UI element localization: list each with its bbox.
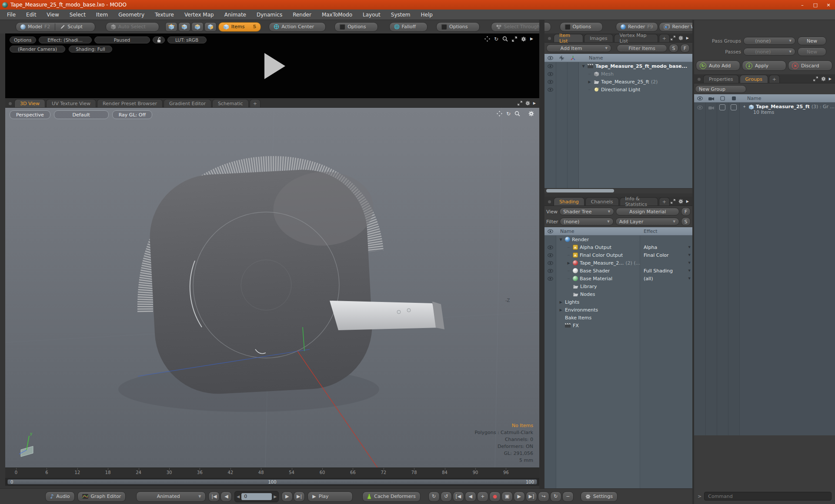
scrollbar-thumb[interactable]	[546, 189, 614, 192]
remove-key-button[interactable]: −	[562, 491, 574, 502]
checkbox[interactable]	[717, 104, 728, 111]
model-button[interactable]: Model	[28, 24, 42, 30]
menu-item-texture[interactable]: Texture	[155, 12, 174, 18]
splitter-vertical[interactable]	[539, 20, 544, 488]
groups-tab-groups[interactable]: Groups	[740, 75, 768, 83]
time-offset-up-button[interactable]: ↻	[428, 491, 440, 502]
gear-icon[interactable]	[821, 76, 826, 81]
close-button[interactable]: ×	[822, 0, 835, 10]
shader-row-nodes[interactable]: Nodes	[544, 290, 692, 298]
shader-row-environments[interactable]: ▶Environments	[544, 306, 692, 314]
visibility-toggle[interactable]	[544, 72, 556, 76]
filter-items-input[interactable]	[617, 44, 667, 52]
menu-item-file[interactable]: File	[7, 12, 16, 18]
new-pass-group-button[interactable]: New	[798, 36, 826, 45]
shading-tab-info-statistics[interactable]: Info & Statistics	[620, 197, 658, 206]
zoom-icon[interactable]	[514, 111, 520, 116]
groups-panel-dot[interactable]	[698, 78, 701, 81]
groups-tab-properties[interactable]: Properties	[703, 75, 739, 83]
animation-mode-dropdown[interactable]: Animated ▼	[136, 491, 206, 502]
preview-options-button[interactable]: Options	[10, 36, 36, 43]
gear-icon[interactable]	[678, 36, 683, 40]
menu-item-system[interactable]: System	[391, 12, 411, 18]
render-button[interactable]: Render F9	[616, 22, 658, 32]
polygons-mode-button[interactable]	[191, 22, 204, 32]
auto-key-button[interactable]: ▣	[501, 491, 513, 502]
search-mode-button[interactable]: S	[669, 44, 678, 53]
visibility-toggle[interactable]	[544, 261, 556, 265]
groups-tab-[interactable]: +	[769, 75, 780, 83]
viewport-3d[interactable]: y Perspective Default Ray GL: Off ↻ -Z N…	[5, 108, 539, 468]
chevron-down-icon[interactable]: ▼	[688, 245, 691, 249]
add-item-button[interactable]: Add Item ▼	[546, 44, 611, 52]
materials-mode-button[interactable]	[204, 22, 217, 32]
preview-lut-button[interactable]: LUT: sRGB	[167, 36, 207, 43]
effect-cell[interactable]: ▼	[640, 261, 692, 265]
new-group-button[interactable]: New Group	[695, 85, 746, 93]
shader-row-tape-measure-25-ft[interactable]: ▶Tape_Measure_25_ft(2) (...▼	[544, 259, 692, 267]
panel-arrow-icon[interactable]: ▶	[686, 36, 689, 40]
chevron-down-icon[interactable]: ▼	[688, 277, 691, 280]
expander-icon[interactable]: ▶	[558, 308, 563, 312]
effect-cell[interactable]: Alpha▼	[640, 245, 692, 250]
timeline-range-bar[interactable]: 0 100 100	[5, 478, 539, 486]
expander-icon[interactable]: ▼	[558, 238, 563, 242]
menu-item-edit[interactable]: Edit	[26, 12, 36, 18]
audio-button[interactable]: ♪ Audio	[45, 491, 75, 502]
expander-icon[interactable]: ▶	[566, 261, 571, 265]
expander-icon[interactable]: ▶	[587, 80, 592, 84]
rotate-icon[interactable]: ↻	[494, 36, 498, 42]
filter-mode-button[interactable]: F	[681, 207, 691, 216]
preview-lock-button[interactable]	[153, 36, 165, 43]
menu-item-render[interactable]: Render	[293, 12, 311, 18]
action-center-button[interactable]: Action Center	[269, 22, 326, 32]
visibility-toggle[interactable]	[544, 253, 556, 257]
filter-mode-button[interactable]: F	[680, 44, 690, 53]
expand-icon[interactable]: +	[742, 105, 747, 109]
item-row-mesh[interactable]: ┄Mesh	[544, 70, 692, 78]
time-offset-down-button[interactable]: ↺	[441, 491, 452, 502]
chevron-down-icon[interactable]: ▼	[688, 253, 691, 257]
next-key-button[interactable]: ▶	[514, 491, 525, 502]
shading-tab-channels[interactable]: Channels	[585, 197, 619, 206]
viewport-tab-3d-view[interactable]: 3D View	[14, 99, 45, 107]
viewport-tab-[interactable]: +	[250, 99, 261, 107]
command-input[interactable]	[704, 492, 832, 501]
auto-select-button[interactable]: Auto Select	[106, 22, 159, 32]
shader-row-library[interactable]: Library	[544, 282, 692, 290]
menu-item-geometry[interactable]: Geometry	[118, 12, 144, 18]
items-mode-button[interactable]: Items 5	[218, 22, 261, 32]
default-shading-button[interactable]: Default	[54, 110, 109, 119]
gear-icon[interactable]	[678, 199, 683, 204]
falloff-options-button[interactable]: Options	[436, 22, 479, 32]
next-frame-button[interactable]: ▶	[281, 491, 293, 502]
falloff-button[interactable]: Falloff	[389, 22, 428, 32]
previous-frame-button[interactable]: ◀	[220, 491, 232, 502]
shading-tab-shading[interactable]: Shading	[554, 197, 584, 206]
visibility-toggle[interactable]	[544, 245, 556, 249]
current-frame-input[interactable]	[241, 493, 272, 500]
panel-arrow-icon[interactable]: ▶	[686, 200, 689, 203]
timeline-ruler[interactable]: 06121824303642485460667278849096	[5, 468, 539, 478]
panel-arrow-icon[interactable]: ▶	[829, 77, 832, 81]
maximize-button[interactable]: □	[809, 0, 822, 10]
zoom-icon[interactable]	[502, 36, 508, 42]
menu-item-view[interactable]: View	[47, 12, 59, 18]
viewport-tab-uv-texture-view[interactable]: UV Texture View	[46, 99, 96, 107]
pan-icon[interactable]	[497, 111, 502, 116]
record-button[interactable]: ●	[489, 491, 501, 502]
shader-row-final-color-output[interactable]: ┄Final Color OutputFinal Color▼	[544, 251, 692, 259]
viewport-tab-gradient-editor[interactable]: Gradient Editor	[164, 99, 211, 107]
expand-icon[interactable]	[813, 76, 818, 81]
menu-item-layout[interactable]: Layout	[363, 12, 381, 18]
effect-cell[interactable]: Full Shading▼	[640, 268, 692, 274]
visibility-toggle[interactable]	[544, 80, 556, 84]
panel-arrow-icon[interactable]: ▶	[530, 37, 533, 41]
gear-icon[interactable]	[528, 111, 534, 116]
render-toggle[interactable]	[705, 104, 717, 111]
shading-tab-[interactable]: +	[659, 197, 670, 206]
item-list-tab-vertex-map-list[interactable]: Vertex Map List	[614, 34, 658, 42]
expand-icon[interactable]	[671, 199, 675, 204]
sculpt-button[interactable]: Sculpt	[67, 24, 93, 30]
pan-icon[interactable]	[484, 36, 490, 42]
